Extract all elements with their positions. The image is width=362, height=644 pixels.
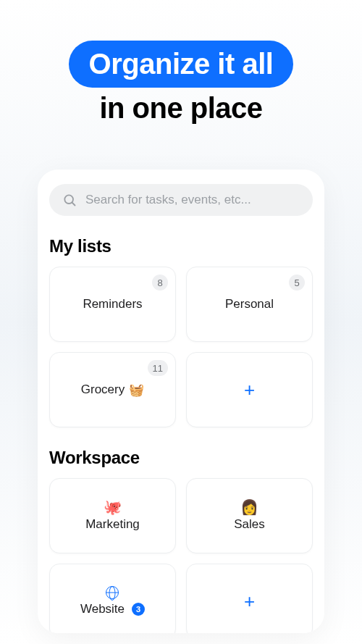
person-icon: 👩 xyxy=(240,500,258,514)
card-label: Sales xyxy=(234,517,265,532)
plus-icon: + xyxy=(244,592,255,611)
card-label: Personal xyxy=(225,297,274,311)
plus-icon: + xyxy=(244,380,255,399)
card-label: Reminders xyxy=(83,297,142,311)
list-card-grocery[interactable]: 11 Grocery 🧺 xyxy=(49,352,176,427)
globe-icon xyxy=(106,586,119,599)
card-label: Website 3 xyxy=(80,602,145,616)
count-badge: 5 xyxy=(289,275,305,290)
hero-subtitle: in one place xyxy=(0,92,362,125)
workspace-card-sales[interactable]: 👩 Sales xyxy=(186,478,313,553)
search-icon xyxy=(62,193,77,207)
search-input[interactable]: Search for tasks, events, etc... xyxy=(49,184,313,216)
workspace-title: Workspace xyxy=(49,448,313,468)
list-card-reminders[interactable]: 8 Reminders xyxy=(49,267,176,342)
octopus-icon: 🐙 xyxy=(104,500,122,514)
hero-pill: Organize it all xyxy=(69,41,294,88)
my-lists-title: My lists xyxy=(49,236,313,256)
workspace-card-marketing[interactable]: 🐙 Marketing xyxy=(49,478,176,553)
count-badge: 11 xyxy=(148,360,168,376)
add-list-button[interactable]: + xyxy=(186,352,313,427)
main-panel: Search for tasks, events, etc... My list… xyxy=(38,170,324,633)
card-label: Grocery 🧺 xyxy=(81,382,144,398)
notification-badge: 3 xyxy=(132,603,145,616)
search-placeholder: Search for tasks, events, etc... xyxy=(85,193,251,207)
basket-icon: 🧺 xyxy=(129,382,144,398)
list-card-personal[interactable]: 5 Personal xyxy=(186,267,313,342)
workspace-card-website[interactable]: Website 3 xyxy=(49,564,176,633)
card-label: Marketing xyxy=(85,517,140,532)
count-badge: 8 xyxy=(152,275,168,290)
hero: Organize it all in one place xyxy=(0,0,362,125)
lists-grid: 8 Reminders 5 Personal 11 Grocery 🧺 + xyxy=(49,267,313,427)
svg-line-1 xyxy=(72,203,75,206)
add-workspace-button[interactable]: + xyxy=(186,564,313,633)
workspace-grid: 🐙 Marketing 👩 Sales Website 3 + xyxy=(49,478,313,633)
